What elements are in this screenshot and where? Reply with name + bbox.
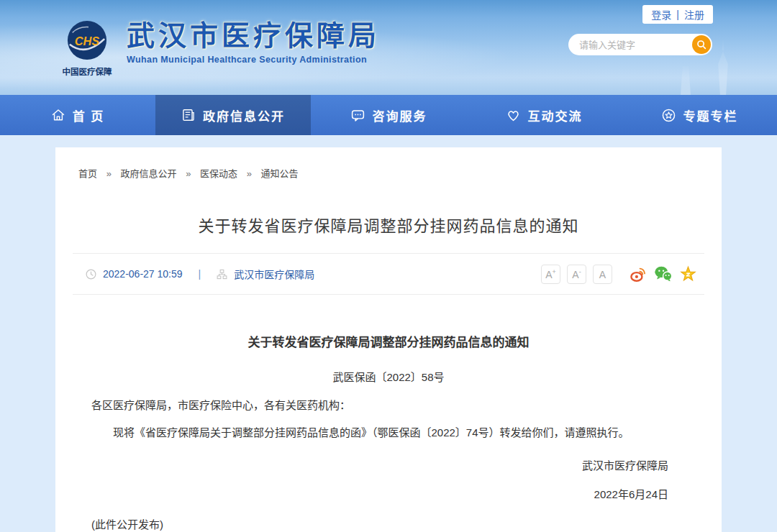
source-name: 武汉市医疗保障局 (234, 267, 314, 281)
breadcrumb-gov-info[interactable]: 政府信息公开 (121, 168, 177, 179)
logo-caption: 中国医疗保障 (59, 65, 115, 77)
page: 登录 | 注册 CHS 中国医疗保障 武汉市医疗保障局 Wuhan Munici… (0, 0, 777, 532)
nav-item-label: 专题专栏 (683, 106, 738, 124)
chs-logo-text: CHS (75, 35, 100, 47)
document-paragraph: 现将《省医疗保障局关于调整部分挂网药品信息的函》（鄂医保函〔2022〕74号）转… (91, 424, 686, 442)
meta-right: A+ A- A (541, 265, 697, 284)
star-circle-icon (661, 108, 676, 123)
breadcrumb-separator: » (106, 168, 112, 179)
document-title: 关于转发省医疗保障局调整部分挂网药品信息的通知 (91, 332, 686, 350)
breadcrumb-separator: » (247, 168, 252, 179)
document-signature: 武汉市医疗保障局 (91, 457, 686, 472)
chs-logo-icon: CHS (66, 19, 108, 61)
nav-item-topics[interactable]: 专题专栏 (622, 95, 777, 135)
font-larger-button[interactable]: A+ (541, 265, 560, 284)
article-meta: 2022-06-27 10:59 | 武汉市医疗保障局 A+ A- (55, 254, 722, 294)
home-icon (51, 108, 65, 122)
heart-icon (506, 108, 521, 123)
qzone-icon[interactable] (679, 265, 697, 283)
document-number: 武医保函〔2022〕58号 (91, 369, 686, 384)
site-subtitle: Wuhan Municipal Healthcare Security Admi… (127, 55, 380, 65)
meta-separator: | (199, 268, 201, 280)
search-button[interactable] (692, 35, 711, 54)
login-link[interactable]: 登录 (651, 7, 671, 22)
nav-item-consult[interactable]: 咨询服务 (311, 95, 466, 135)
auth-separator: | (676, 9, 679, 20)
search-input[interactable] (579, 35, 691, 55)
nav-item-label: 互动交流 (528, 106, 583, 124)
nav-item-gov-info[interactable]: 政府信息公开 (155, 95, 311, 135)
nav-item-home[interactable]: 首 页 (0, 95, 155, 135)
document-icon (181, 108, 196, 122)
main-nav: 首 页 政府信息公开 咨询服务 互动交流 (0, 95, 777, 135)
font-reset-button[interactable]: A (593, 265, 612, 284)
document-salutation: 各区医疗保障局，市医疗保险中心，各有关医药机构： (91, 397, 686, 412)
publish-date: 2022-06-27 10:59 (103, 268, 183, 280)
nav-item-label: 首 页 (73, 106, 105, 124)
breadcrumb-current: 通知公告 (261, 168, 299, 179)
sitemap-icon (217, 269, 227, 280)
breadcrumb-dynamics[interactable]: 医保动态 (200, 168, 237, 179)
site-titles: 武汉市医疗保障局 Wuhan Municipal Healthcare Secu… (127, 19, 380, 65)
clock-icon (86, 269, 96, 280)
breadcrumb: 首页 » 政府信息公开 » 医保动态 » 通知公告 (55, 147, 722, 180)
site-header: 登录 | 注册 CHS 中国医疗保障 武汉市医疗保障局 Wuhan Munici… (0, 0, 777, 95)
divider (73, 294, 704, 295)
page-title: 关于转发省医疗保障局调整部分挂网药品信息的通知 (55, 213, 722, 236)
document-footnote: (此件公开发布) (91, 516, 686, 531)
search-icon (696, 39, 707, 50)
breadcrumb-home[interactable]: 首页 (78, 168, 97, 179)
skyline-decoration (681, 66, 691, 95)
site-title: 武汉市医疗保障局 (127, 22, 380, 51)
skyline-decoration (711, 39, 735, 95)
auth-links: 登录 | 注册 (642, 5, 713, 24)
chs-logo: CHS 中国医疗保障 (59, 19, 115, 77)
meta-left: 2022-06-27 10:59 | 武汉市医疗保障局 (86, 267, 314, 281)
search-box (568, 34, 712, 55)
nav-item-label: 咨询服务 (373, 106, 427, 124)
wechat-icon[interactable] (654, 265, 673, 283)
nav-item-label: 政府信息公开 (203, 106, 285, 124)
font-smaller-button[interactable]: A- (567, 265, 586, 284)
document-body: 关于转发省医疗保障局调整部分挂网药品信息的通知 武医保函〔2022〕58号 各区… (55, 332, 722, 531)
content-card: 首页 » 政府信息公开 » 医保动态 » 通知公告 关于转发省医疗保障局调整部分… (55, 147, 722, 532)
breadcrumb-separator: » (186, 168, 191, 179)
main-area: 首页 » 政府信息公开 » 医保动态 » 通知公告 关于转发省医疗保障局调整部分… (0, 135, 777, 532)
document-sign-date: 2022年6月24日 (91, 486, 686, 501)
chat-icon (350, 108, 365, 123)
weibo-icon[interactable] (630, 265, 648, 283)
register-link[interactable]: 注册 (684, 7, 704, 22)
nav-item-interact[interactable]: 互动交流 (466, 95, 622, 135)
brand: CHS 中国医疗保障 武汉市医疗保障局 Wuhan Municipal Heal… (59, 19, 380, 77)
